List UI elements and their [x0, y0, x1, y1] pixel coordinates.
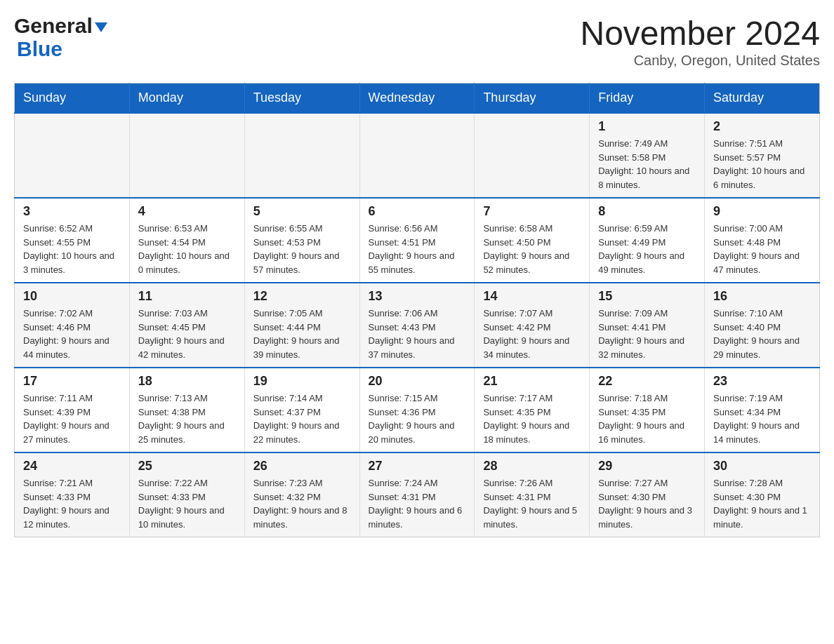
calendar-week-2: 3Sunrise: 6:52 AMSunset: 4:55 PMDaylight… [15, 198, 820, 283]
calendar-cell: 13Sunrise: 7:06 AMSunset: 4:43 PMDayligh… [359, 283, 475, 368]
day-number: 15 [598, 289, 696, 304]
day-number: 5 [253, 204, 351, 219]
day-info: Sunrise: 7:05 AMSunset: 4:44 PMDaylight:… [253, 307, 351, 361]
day-number: 19 [253, 374, 351, 389]
calendar-title: November 2024 [580, 14, 820, 53]
calendar-header-row: SundayMondayTuesdayWednesdayThursdayFrid… [15, 83, 820, 114]
header-day-friday: Friday [590, 83, 705, 114]
header-day-sunday: Sunday [15, 83, 130, 114]
day-info: Sunrise: 7:07 AMSunset: 4:42 PMDaylight:… [483, 307, 581, 361]
day-info: Sunrise: 7:21 AMSunset: 4:33 PMDaylight:… [23, 476, 121, 531]
day-info: Sunrise: 6:58 AMSunset: 4:50 PMDaylight:… [483, 222, 581, 276]
day-number: 21 [483, 374, 581, 389]
day-info: Sunrise: 7:51 AMSunset: 5:57 PMDaylight:… [713, 137, 811, 192]
day-info: Sunrise: 7:19 AMSunset: 4:34 PMDaylight:… [713, 391, 811, 446]
header-day-monday: Monday [129, 83, 244, 114]
day-number: 9 [713, 204, 811, 219]
calendar-cell [244, 113, 359, 198]
calendar-cell: 3Sunrise: 6:52 AMSunset: 4:55 PMDaylight… [15, 198, 130, 283]
logo: General Blue [14, 14, 107, 60]
day-info: Sunrise: 7:10 AMSunset: 4:40 PMDaylight:… [713, 307, 811, 361]
calendar-body: 1Sunrise: 7:49 AMSunset: 5:58 PMDaylight… [15, 113, 820, 537]
day-number: 6 [369, 204, 466, 219]
day-info: Sunrise: 7:00 AMSunset: 4:48 PMDaylight:… [713, 222, 811, 276]
day-number: 11 [138, 289, 236, 304]
day-info: Sunrise: 6:59 AMSunset: 4:49 PMDaylight:… [598, 222, 696, 276]
calendar-week-3: 10Sunrise: 7:02 AMSunset: 4:46 PMDayligh… [15, 283, 820, 368]
day-number: 18 [138, 374, 236, 389]
day-info: Sunrise: 7:02 AMSunset: 4:46 PMDaylight:… [23, 307, 121, 361]
logo-general: General [14, 14, 93, 37]
day-info: Sunrise: 6:52 AMSunset: 4:55 PMDaylight:… [23, 222, 121, 276]
day-info: Sunrise: 7:26 AMSunset: 4:31 PMDaylight:… [483, 476, 581, 531]
day-info: Sunrise: 7:15 AMSunset: 4:36 PMDaylight:… [369, 391, 466, 446]
day-number: 24 [23, 459, 121, 474]
calendar-cell: 23Sunrise: 7:19 AMSunset: 4:34 PMDayligh… [705, 368, 820, 452]
calendar-cell: 24Sunrise: 7:21 AMSunset: 4:33 PMDayligh… [15, 452, 130, 537]
calendar-cell: 26Sunrise: 7:23 AMSunset: 4:32 PMDayligh… [244, 452, 359, 537]
calendar-cell: 22Sunrise: 7:18 AMSunset: 4:35 PMDayligh… [590, 368, 705, 452]
calendar-cell: 18Sunrise: 7:13 AMSunset: 4:38 PMDayligh… [129, 368, 244, 452]
header-day-wednesday: Wednesday [359, 83, 475, 114]
day-info: Sunrise: 7:23 AMSunset: 4:32 PMDaylight:… [253, 476, 351, 531]
calendar-subtitle: Canby, Oregon, United States [580, 53, 820, 69]
day-info: Sunrise: 7:11 AMSunset: 4:39 PMDaylight:… [23, 391, 121, 446]
calendar-cell: 10Sunrise: 7:02 AMSunset: 4:46 PMDayligh… [15, 283, 130, 368]
calendar-cell: 9Sunrise: 7:00 AMSunset: 4:48 PMDaylight… [705, 198, 820, 283]
day-number: 27 [369, 459, 466, 474]
day-number: 1 [598, 119, 696, 134]
day-number: 3 [23, 204, 121, 219]
calendar-cell: 4Sunrise: 6:53 AMSunset: 4:54 PMDaylight… [129, 198, 244, 283]
day-info: Sunrise: 7:17 AMSunset: 4:35 PMDaylight:… [483, 391, 581, 446]
calendar-cell: 17Sunrise: 7:11 AMSunset: 4:39 PMDayligh… [15, 368, 130, 452]
day-number: 22 [598, 374, 696, 389]
day-number: 13 [369, 289, 466, 304]
title-section: November 2024 Canby, Oregon, United Stat… [580, 14, 820, 69]
day-info: Sunrise: 7:24 AMSunset: 4:31 PMDaylight:… [369, 476, 466, 531]
logo-triangle-icon [95, 22, 107, 32]
logo-blue: Blue [17, 37, 62, 60]
calendar-cell [129, 113, 244, 198]
calendar-cell: 5Sunrise: 6:55 AMSunset: 4:53 PMDaylight… [244, 198, 359, 283]
day-info: Sunrise: 7:28 AMSunset: 4:30 PMDaylight:… [713, 476, 811, 531]
calendar-cell: 29Sunrise: 7:27 AMSunset: 4:30 PMDayligh… [590, 452, 705, 537]
day-number: 10 [23, 289, 121, 304]
calendar-week-1: 1Sunrise: 7:49 AMSunset: 5:58 PMDaylight… [15, 113, 820, 198]
day-info: Sunrise: 6:55 AMSunset: 4:53 PMDaylight:… [253, 222, 351, 276]
calendar-week-5: 24Sunrise: 7:21 AMSunset: 4:33 PMDayligh… [15, 452, 820, 537]
calendar-cell [475, 113, 590, 198]
day-number: 23 [713, 374, 811, 389]
day-info: Sunrise: 6:56 AMSunset: 4:51 PMDaylight:… [369, 222, 466, 276]
day-number: 4 [138, 204, 236, 219]
day-number: 30 [713, 459, 811, 474]
calendar-cell: 15Sunrise: 7:09 AMSunset: 4:41 PMDayligh… [590, 283, 705, 368]
day-info: Sunrise: 7:49 AMSunset: 5:58 PMDaylight:… [598, 137, 696, 192]
day-number: 12 [253, 289, 351, 304]
day-number: 17 [23, 374, 121, 389]
calendar-table: SundayMondayTuesdayWednesdayThursdayFrid… [14, 83, 820, 537]
calendar-cell: 8Sunrise: 6:59 AMSunset: 4:49 PMDaylight… [590, 198, 705, 283]
calendar-cell: 6Sunrise: 6:56 AMSunset: 4:51 PMDaylight… [359, 198, 475, 283]
day-info: Sunrise: 7:14 AMSunset: 4:37 PMDaylight:… [253, 391, 351, 446]
calendar-cell: 25Sunrise: 7:22 AMSunset: 4:33 PMDayligh… [129, 452, 244, 537]
header-day-saturday: Saturday [705, 83, 820, 114]
calendar-cell: 16Sunrise: 7:10 AMSunset: 4:40 PMDayligh… [705, 283, 820, 368]
calendar-cell: 12Sunrise: 7:05 AMSunset: 4:44 PMDayligh… [244, 283, 359, 368]
day-number: 29 [598, 459, 696, 474]
calendar-cell: 14Sunrise: 7:07 AMSunset: 4:42 PMDayligh… [475, 283, 590, 368]
day-info: Sunrise: 7:27 AMSunset: 4:30 PMDaylight:… [598, 476, 696, 531]
day-number: 8 [598, 204, 696, 219]
calendar-cell [15, 113, 130, 198]
calendar-cell: 19Sunrise: 7:14 AMSunset: 4:37 PMDayligh… [244, 368, 359, 452]
calendar-cell: 20Sunrise: 7:15 AMSunset: 4:36 PMDayligh… [359, 368, 475, 452]
day-info: Sunrise: 7:22 AMSunset: 4:33 PMDaylight:… [138, 476, 236, 531]
day-info: Sunrise: 7:06 AMSunset: 4:43 PMDaylight:… [369, 307, 466, 361]
logo-text: General Blue [14, 14, 107, 60]
calendar-cell: 2Sunrise: 7:51 AMSunset: 5:57 PMDaylight… [705, 113, 820, 198]
header-day-tuesday: Tuesday [244, 83, 359, 114]
day-number: 16 [713, 289, 811, 304]
day-info: Sunrise: 7:09 AMSunset: 4:41 PMDaylight:… [598, 307, 696, 361]
calendar-cell: 21Sunrise: 7:17 AMSunset: 4:35 PMDayligh… [475, 368, 590, 452]
day-info: Sunrise: 7:13 AMSunset: 4:38 PMDaylight:… [138, 391, 236, 446]
calendar-cell: 30Sunrise: 7:28 AMSunset: 4:30 PMDayligh… [705, 452, 820, 537]
